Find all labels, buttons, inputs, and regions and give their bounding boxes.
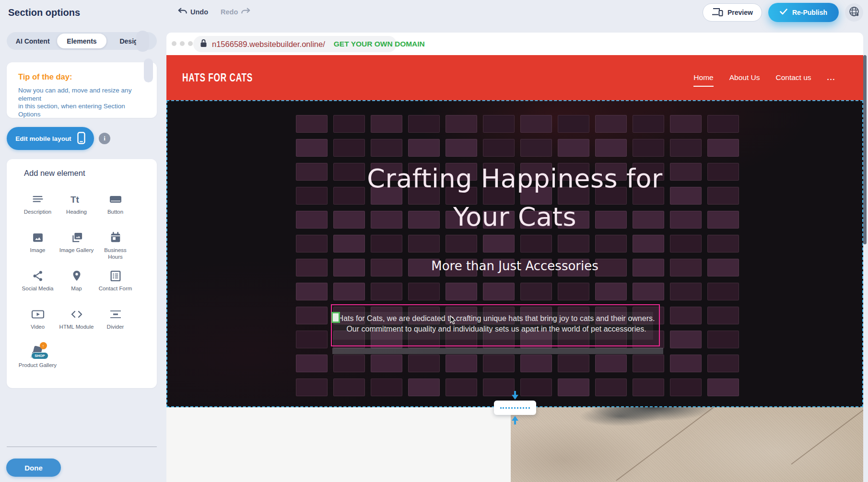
site-logo[interactable]: HATS FOR CATS bbox=[182, 71, 253, 84]
element-product-gallery[interactable]: ↑ SHOP Product Gallery bbox=[18, 342, 57, 380]
top-actions: Preview Re-Publish bbox=[703, 3, 863, 22]
tile bbox=[333, 355, 365, 372]
paragraph-under-band bbox=[332, 348, 663, 354]
arrow-down-icon bbox=[512, 395, 518, 400]
shop-badge: SHOP bbox=[31, 352, 48, 359]
tile bbox=[633, 139, 664, 157]
next-section-image bbox=[511, 407, 863, 482]
tile bbox=[483, 355, 515, 372]
tile bbox=[483, 283, 515, 300]
globe-icon bbox=[848, 6, 860, 19]
tile bbox=[296, 355, 328, 372]
tile bbox=[633, 115, 664, 133]
tip-title: Tip of the day: bbox=[18, 72, 145, 81]
dotted-divider bbox=[500, 407, 530, 409]
nav-contact-us[interactable]: Contact us bbox=[775, 73, 811, 86]
hero-heading[interactable]: Crafting Happiness for Your Cats bbox=[166, 160, 863, 236]
tile bbox=[520, 283, 552, 300]
element-html-module[interactable]: HTML Module bbox=[57, 304, 96, 342]
devices-icon bbox=[712, 7, 723, 18]
hero-section[interactable]: Crafting Happiness for Your Cats More th… bbox=[166, 100, 863, 407]
floor-seam-line bbox=[616, 407, 781, 481]
tab-ai-content[interactable]: AI Content bbox=[8, 34, 57, 48]
section-height-handle[interactable] bbox=[494, 401, 536, 415]
address-bar[interactable]: n1566589.websitebuilder.online/ GET YOUR… bbox=[193, 36, 397, 52]
tile bbox=[371, 139, 402, 157]
tile bbox=[595, 355, 627, 372]
get-domain-link[interactable]: GET YOUR OWN DOMAIN bbox=[334, 40, 425, 48]
info-icon[interactable]: i bbox=[99, 133, 110, 144]
element-divider[interactable]: Divider bbox=[96, 304, 135, 342]
hero-heading-line2: Your Cats bbox=[166, 198, 863, 236]
tile bbox=[707, 115, 739, 133]
tile bbox=[483, 235, 515, 252]
tile bbox=[446, 355, 477, 372]
tile bbox=[558, 139, 589, 157]
canvas-scrollbar[interactable] bbox=[863, 55, 867, 244]
tile bbox=[520, 139, 552, 157]
tile bbox=[333, 115, 365, 133]
tile bbox=[670, 379, 702, 396]
tile bbox=[633, 235, 664, 252]
tile bbox=[707, 331, 739, 348]
contact-form-icon bbox=[109, 268, 122, 284]
browser-chrome: n1566589.websitebuilder.online/ GET YOUR… bbox=[166, 33, 863, 55]
selected-paragraph-element[interactable]: Hats for Cats, we are dedicated to craft… bbox=[331, 304, 660, 346]
nav-about-us[interactable]: About Us bbox=[729, 73, 760, 86]
element-contact-form[interactable]: Contact Form bbox=[96, 265, 135, 304]
divider-icon bbox=[108, 307, 123, 322]
redo-icon bbox=[241, 7, 251, 16]
page-title: Section options bbox=[8, 7, 80, 18]
element-label: Social Media bbox=[19, 286, 57, 292]
redo-button[interactable]: Redo bbox=[221, 7, 251, 16]
tile bbox=[520, 235, 552, 252]
element-image-gallery[interactable]: Image Gallery bbox=[57, 227, 96, 265]
element-button[interactable]: Button bbox=[96, 189, 135, 227]
republish-button[interactable]: Re-Publish bbox=[768, 3, 839, 22]
preview-button[interactable]: Preview bbox=[703, 3, 762, 22]
tile bbox=[371, 379, 402, 396]
tile bbox=[371, 115, 402, 133]
element-label: Contact Form bbox=[96, 286, 135, 292]
tile bbox=[633, 379, 664, 396]
element-business-hours[interactable]: Business Hours bbox=[96, 227, 135, 265]
hero-heading-line1: Crafting Happiness for bbox=[166, 160, 863, 198]
element-heading[interactable]: Tt Heading bbox=[57, 189, 96, 227]
tile bbox=[371, 355, 402, 372]
hero-subheading[interactable]: More than Just Accessories bbox=[166, 259, 863, 273]
tile bbox=[296, 139, 328, 157]
element-map[interactable]: Map bbox=[57, 265, 96, 304]
element-label: Product Gallery bbox=[19, 362, 57, 369]
element-label: Button bbox=[96, 209, 135, 216]
done-button[interactable]: Done bbox=[6, 459, 61, 477]
video-icon bbox=[31, 307, 45, 322]
edit-mobile-layout-button[interactable]: Edit mobile layout bbox=[7, 127, 94, 150]
nav-home[interactable]: Home bbox=[693, 73, 713, 87]
tile bbox=[296, 307, 328, 324]
element-video[interactable]: Video bbox=[18, 304, 57, 342]
element-description[interactable]: Description bbox=[18, 189, 57, 227]
element-social-media[interactable]: Social Media bbox=[18, 265, 57, 304]
language-globe-button[interactable] bbox=[845, 3, 863, 22]
nav-more-menu[interactable]: ... bbox=[827, 73, 835, 86]
tile bbox=[670, 235, 702, 252]
element-label: Video bbox=[19, 324, 57, 331]
selection-resize-handle[interactable] bbox=[331, 312, 340, 323]
tile bbox=[408, 355, 440, 372]
tile bbox=[446, 379, 477, 396]
element-image[interactable]: Image bbox=[18, 227, 57, 265]
tip-of-the-day-card: Tip of the day: Now you can add, move an… bbox=[7, 62, 157, 118]
social-media-icon bbox=[31, 268, 45, 284]
element-label: HTML Module bbox=[58, 324, 96, 331]
element-label: Image Gallery bbox=[58, 247, 96, 254]
tile bbox=[296, 283, 328, 300]
tile bbox=[670, 139, 702, 157]
image-gallery-icon bbox=[70, 230, 83, 245]
window-dots-icon bbox=[172, 41, 193, 46]
arrow-stem-bottom bbox=[514, 420, 516, 425]
tile bbox=[670, 331, 702, 348]
undo-button[interactable]: Undo bbox=[177, 7, 208, 16]
tip-line-2: in this section, when entering Section O… bbox=[18, 103, 145, 118]
republish-label: Re-Publish bbox=[792, 9, 827, 16]
tab-elements[interactable]: Elements bbox=[57, 34, 106, 48]
